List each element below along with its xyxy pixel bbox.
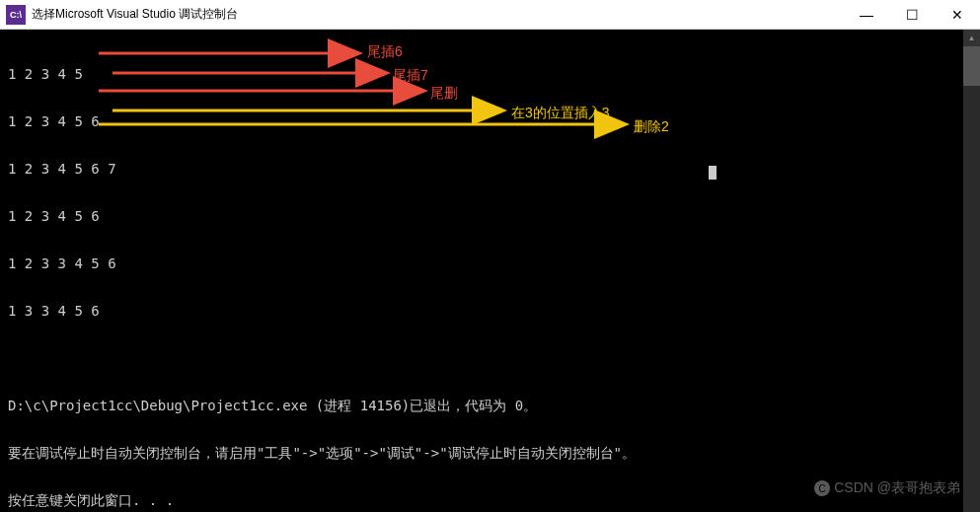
output-line: 要在调试停止时自动关闭控制台，请启用"工具"->"选项"->"调试"->"调试停…: [8, 445, 972, 461]
output-line: 1 2 3 3 4 5 6: [8, 256, 972, 271]
selection-cursor: [709, 166, 716, 180]
watermark-text: CSDN @表哥抱表弟: [834, 479, 960, 497]
window-controls: — ☐ ✕: [844, 0, 980, 29]
window-title: 选择Microsoft Visual Studio 调试控制台: [32, 6, 844, 23]
minimize-button[interactable]: —: [844, 0, 889, 29]
scroll-up-button[interactable]: ▲: [963, 30, 980, 46]
watermark: C CSDN @表哥抱表弟: [814, 479, 960, 497]
vertical-scrollbar[interactable]: ▲: [963, 30, 980, 512]
window-titlebar: C:\ 选择Microsoft Visual Studio 调试控制台 — ☐ …: [0, 0, 980, 30]
output-line: 1 2 3 4 5: [8, 66, 972, 82]
maximize-button[interactable]: ☐: [889, 0, 935, 29]
console-area[interactable]: 1 2 3 4 5 1 2 3 4 5 6 1 2 3 4 5 6 7 1 2 …: [0, 30, 980, 512]
scroll-thumb[interactable]: [963, 46, 980, 86]
output-line: 1 2 3 4 5 6 7: [8, 161, 972, 177]
close-button[interactable]: ✕: [935, 0, 980, 29]
console-output: 1 2 3 4 5 1 2 3 4 5 6 1 2 3 4 5 6 7 1 2 …: [0, 30, 980, 512]
output-line: 1 2 3 4 5 6: [8, 208, 972, 224]
output-line: D:\c\Project1cc\Debug\Project1cc.exe (进程…: [8, 398, 972, 413]
output-line: 1 2 3 4 5 6: [8, 113, 972, 129]
watermark-icon: C: [814, 480, 830, 496]
output-line: [8, 350, 972, 366]
app-icon: C:\: [6, 5, 26, 25]
output-line: 1 3 3 4 5 6: [8, 303, 972, 319]
